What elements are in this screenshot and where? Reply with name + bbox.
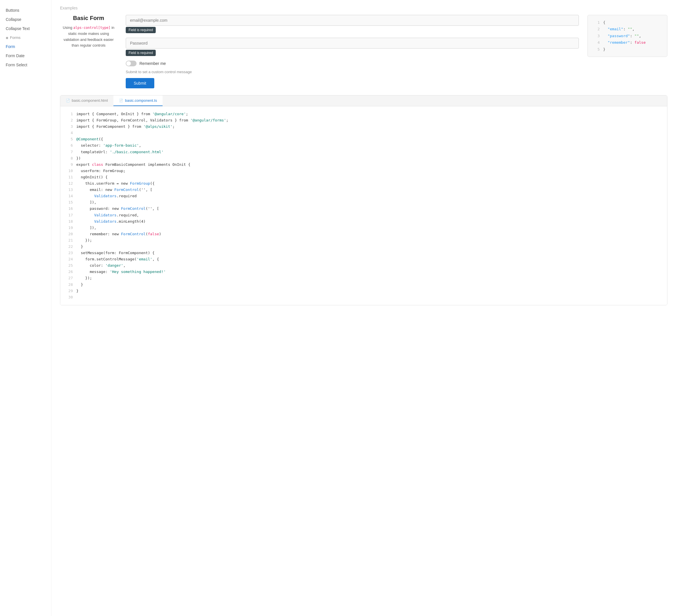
code-line-8: 8 }) — [66, 155, 662, 161]
sidebar-section-forms: ◈ Forms — [0, 33, 51, 42]
code-line-18: 18 Validators.minLength(4) — [66, 218, 662, 225]
sidebar: Buttons Collapse Collapse Text ◈ Forms F… — [0, 0, 51, 616]
sidebar-item-buttons[interactable]: Buttons — [0, 6, 51, 15]
code-line-20: 20 remember: new FormControl(false) — [66, 231, 662, 237]
code-line-10: 10 userForm: FormGroup; — [66, 168, 662, 174]
code-line-24: 24 form.setControlMessage('email', { — [66, 256, 662, 262]
forms-icon: ◈ — [6, 36, 8, 40]
code-line-16: 16 password: new FormControl('', [ — [66, 206, 662, 212]
tab-html[interactable]: 📄 basic.component.html — [60, 96, 113, 106]
code-line-25: 25 color: 'danger', — [66, 262, 662, 269]
code-line-6: 6 selector: 'app-form-basic', — [66, 142, 662, 149]
code-line-22: 22 } — [66, 244, 662, 250]
ts-file-icon: 📄 — [119, 99, 123, 102]
json-line-5: 5 } — [593, 46, 662, 53]
code-line-4: 4 — [66, 130, 662, 136]
main-content: Examples Basic Form Using alps-control[t… — [51, 0, 676, 616]
sidebar-item-form[interactable]: Form — [0, 42, 51, 51]
code-line-14: 14 Validators.required — [66, 193, 662, 199]
code-line-7: 7 templateUrl: './basic.component.html' — [66, 149, 662, 155]
sidebar-item-collapse[interactable]: Collapse — [0, 15, 51, 24]
code-line-23: 23 setMessage(form: FormComponent) { — [66, 250, 662, 256]
code-line-1: 1 import { Component, OnInit } from '@an… — [66, 111, 662, 117]
sidebar-item-collapse-text[interactable]: Collapse Text — [0, 24, 51, 33]
code-line-12: 12 this.userForm = new FormGroup({ — [66, 181, 662, 187]
code-line-21: 21 }); — [66, 237, 662, 244]
code-line-28: 28 } — [66, 281, 662, 288]
json-line-2: 2 "email": "", — [593, 26, 662, 32]
code-line-13: 13 email: new FormControl('', [ — [66, 187, 662, 193]
code-line-26: 26 message: 'Hey something happened!' — [66, 269, 662, 275]
code-body: 1 import { Component, OnInit } from '@an… — [60, 106, 667, 305]
content-area: Basic Form Using alps-control[type] in s… — [60, 15, 667, 88]
code-line-17: 17 Validators.required, — [66, 212, 662, 218]
html-file-icon: 📄 — [66, 99, 70, 102]
json-line-4: 4 "remember": false — [593, 39, 662, 46]
json-panel: 1 { 2 "email": "", 3 "password": "", 4 "… — [587, 15, 667, 57]
password-error-badge: Field is required — [126, 50, 156, 56]
code-line-3: 3 import { FormComponent } from '@alps/u… — [66, 123, 662, 130]
remember-label: Remember me — [139, 61, 166, 66]
left-panel: Basic Form Using alps-control[type] in s… — [60, 15, 117, 49]
password-group: Field is required — [126, 38, 579, 56]
submit-hint: Submit to set a custom control message — [126, 70, 579, 74]
code-line-27: 27 }); — [66, 275, 662, 281]
tab-ts[interactable]: 📄 basic.component.ts — [113, 96, 163, 106]
sidebar-item-form-date[interactable]: Form Date — [0, 51, 51, 60]
sidebar-item-form-select[interactable]: Form Select — [0, 60, 51, 69]
form-description: Using alps-control[type] in static mode … — [60, 25, 117, 49]
submit-button[interactable]: Submit — [126, 78, 154, 88]
code-line-29: 29 } — [66, 288, 662, 294]
remember-row: Remember me — [126, 61, 579, 66]
code-line-15: 15 ]), — [66, 199, 662, 206]
code-line-30: 30 — [66, 294, 662, 300]
code-line-11: 11 ngOnInit() { — [66, 174, 662, 181]
password-input[interactable] — [126, 38, 579, 49]
code-line-9: 9 export class FormBasicComponent implem… — [66, 161, 662, 168]
code-section: 📄 basic.component.html 📄 basic.component… — [60, 95, 667, 305]
json-line-3: 3 "password": "", — [593, 33, 662, 39]
form-title: Basic Form — [60, 15, 117, 21]
code-line-5: 5 @Component({ — [66, 136, 662, 142]
examples-label: Examples — [60, 6, 667, 10]
code-tabs: 📄 basic.component.html 📄 basic.component… — [60, 96, 667, 106]
email-input[interactable] — [126, 15, 579, 26]
remember-toggle[interactable] — [126, 61, 136, 66]
code-line-19: 19 ]), — [66, 225, 662, 231]
json-line-1: 1 { — [593, 19, 662, 26]
email-group: Field is required — [126, 15, 579, 33]
email-error-badge: Field is required — [126, 27, 156, 33]
code-line-2: 2 import { FormGroup, FormControl, Valid… — [66, 117, 662, 123]
form-area: Field is required Field is required Reme… — [126, 15, 579, 88]
code-highlight: alps-control[type] — [73, 26, 111, 30]
